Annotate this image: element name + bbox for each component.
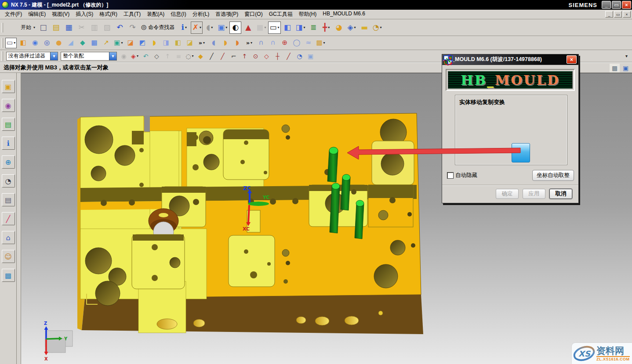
toolbar-overflow-caret[interactable]: ▾: [625, 54, 628, 58]
selection-filter-combo[interactable]: 没有选择过滤器 ▼: [6, 52, 58, 61]
edge-blend-icon[interactable]: ◖: [208, 38, 219, 48]
hb-dialog-titlebar[interactable]: HB_MOULD M6.6 (胡波/137-14978868) ×: [442, 54, 578, 65]
existing-point-toggle[interactable]: ┼: [272, 51, 283, 61]
endpoint-toggle[interactable]: ╱: [207, 51, 217, 61]
roles-icon[interactable]: ☺: [2, 250, 15, 263]
chevron-down-icon[interactable]: ▾: [33, 25, 35, 29]
swept-icon[interactable]: ∩: [267, 38, 278, 48]
synchronous-modeling-icon[interactable]: ▣▾: [113, 38, 124, 48]
lasso-icon[interactable]: ◌▾: [185, 51, 195, 61]
menu-insert[interactable]: 插入(S): [73, 9, 96, 19]
assembly-navigator-icon[interactable]: ▣: [2, 80, 15, 93]
split-body-icon[interactable]: ◧: [172, 38, 183, 48]
undo-icon[interactable]: ↶: [114, 22, 126, 34]
menu-hb-mould[interactable]: HB_MOULD M6.6: [320, 9, 368, 19]
bounded-plane-icon[interactable]: ◯: [291, 38, 302, 48]
quadrant-point-toggle[interactable]: ◇: [262, 51, 272, 61]
clip-section-icon[interactable]: ◧: [282, 22, 294, 34]
draft-icon[interactable]: ◢: [65, 38, 76, 48]
toolbar-drag-handle[interactable]: [2, 38, 3, 48]
history-icon[interactable]: ◔: [2, 174, 15, 187]
chevron-down-icon[interactable]: ▾: [277, 25, 279, 29]
layer-settings-icon[interactable]: ≣: [308, 22, 320, 34]
through-curves-icon[interactable]: ∩: [255, 38, 266, 48]
orient-view-icon[interactable]: ↶: [141, 51, 151, 61]
view-plane-icon[interactable]: ▭▾: [268, 22, 280, 34]
sketch-icon[interactable]: ▭▾: [5, 38, 17, 48]
rotate-about-point-button[interactable]: [494, 108, 512, 121]
selection-scope-combo[interactable]: 整个装配 ▼: [61, 52, 117, 61]
chevron-down-icon[interactable]: ▾: [380, 25, 381, 29]
rotate-about-axis-button[interactable]: [512, 108, 529, 121]
mdi-restore-button[interactable]: ▭: [614, 11, 622, 18]
chevron-down-icon[interactable]: ▾: [185, 25, 187, 29]
chevron-down-icon[interactable]: ▾: [251, 41, 252, 45]
smart-volume-icon[interactable]: ◖▾: [203, 22, 215, 34]
mdi-close-button[interactable]: ×: [623, 11, 631, 18]
chevron-down-icon[interactable]: ▾: [192, 54, 194, 58]
wcs-dynamics-icon[interactable]: ╋▾: [320, 22, 332, 34]
chevron-down-icon[interactable]: ▾: [304, 25, 305, 29]
menu-help[interactable]: 帮助(H): [296, 9, 320, 19]
arc-center-toggle[interactable]: ⊙: [251, 51, 261, 61]
menu-information[interactable]: 信息(I): [167, 9, 189, 19]
point-on-curve-toggle[interactable]: ╱: [283, 51, 294, 61]
boss-icon[interactable]: ●: [53, 38, 64, 48]
fit-view-icon[interactable]: ▣: [621, 64, 631, 72]
chamfer-icon[interactable]: ◗: [220, 38, 231, 48]
chevron-down-icon[interactable]: ▾: [328, 25, 330, 29]
toolbar-drag-handle[interactable]: [2, 23, 3, 32]
internet-icon[interactable]: ℹ: [2, 137, 15, 150]
chevron-down-icon[interactable]: ▾: [137, 54, 138, 58]
bounded-cube-icon[interactable]: ▣: [305, 51, 316, 61]
measure-angle-icon[interactable]: ◔▾: [371, 22, 383, 34]
trim-body-icon[interactable]: ◨: [160, 38, 171, 48]
restore-button[interactable]: ▭: [612, 1, 621, 9]
pattern-solid-button[interactable]: [459, 147, 476, 160]
menu-edit[interactable]: 编辑(E): [25, 9, 49, 19]
web-browser-icon[interactable]: ⊕: [2, 155, 15, 169]
render-style-icon[interactable]: ▩: [610, 64, 620, 72]
menu-tools[interactable]: 工具(T): [120, 9, 144, 19]
palette-icon[interactable]: ◕: [333, 22, 345, 34]
pattern-feature-icon[interactable]: ▦: [89, 38, 100, 48]
move-point-to-point-button[interactable]: [476, 108, 494, 121]
wave-linker-icon[interactable]: ◗: [149, 38, 160, 48]
menu-view[interactable]: 视图(V): [49, 9, 73, 19]
chevron-down-icon[interactable]: ▾: [14, 41, 15, 45]
point-to-point-copy-button-selected[interactable]: [512, 143, 530, 162]
menu-preferences[interactable]: 首选项(P): [212, 9, 241, 19]
coordinate-round-button[interactable]: 坐标自动取整: [532, 170, 574, 181]
palettes-icon[interactable]: ▤: [2, 193, 15, 206]
snap-enabled-toggle[interactable]: ◆: [196, 51, 206, 61]
move-object-icon[interactable]: ↗: [101, 38, 112, 48]
close-button[interactable]: ×: [622, 1, 631, 9]
menu-format[interactable]: 格式(R): [96, 9, 120, 19]
clip-work-section-icon[interactable]: ◨▾: [294, 22, 307, 34]
cancel-button[interactable]: 取消: [549, 189, 572, 199]
snapshot-icon[interactable]: ◈▾: [346, 22, 358, 34]
snap-point-icon[interactable]: ◈▾: [130, 51, 140, 61]
chevron-down-icon[interactable]: ▾: [354, 25, 356, 29]
point-on-face-toggle[interactable]: ◔: [294, 51, 305, 61]
n-sided-surface-icon[interactable]: ⊕: [279, 38, 290, 48]
midpoint-toggle[interactable]: ╱: [218, 51, 228, 61]
chevron-down-icon[interactable]: ▾: [211, 25, 213, 29]
menu-analysis[interactable]: 分析(L): [189, 9, 213, 19]
part-navigator-icon[interactable]: ▤: [2, 118, 15, 131]
mold-plate[interactable]: [77, 113, 423, 334]
new-file-icon[interactable]: □: [37, 22, 49, 34]
nx-logo-icon[interactable]: [5, 22, 17, 34]
command-finder-button[interactable]: ⊚命令查找器: [139, 22, 177, 34]
section-view-icon[interactable]: ▲: [242, 22, 254, 34]
menu-file[interactable]: 文件(F): [2, 9, 25, 19]
bw-shaded-icon[interactable]: ◐: [229, 22, 241, 34]
chevron-down-icon[interactable]: ▾: [200, 25, 201, 29]
copy-along-line-button[interactable]: [476, 127, 494, 141]
thicken-icon[interactable]: ▩▾: [315, 38, 326, 48]
blend-overflow-chevron[interactable]: »▾: [243, 38, 254, 48]
chevron-down-icon[interactable]: ▾: [323, 41, 325, 45]
constraint-navigator-icon[interactable]: ◉: [2, 99, 15, 112]
subtract-icon[interactable]: ◩: [137, 38, 148, 48]
extrude-icon[interactable]: ◧: [18, 38, 29, 48]
